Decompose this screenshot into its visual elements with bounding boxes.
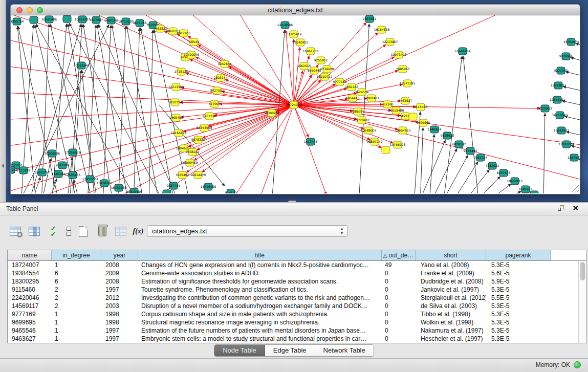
network-node[interactable] — [382, 146, 390, 154]
network-view-window[interactable]: citations_edges.txt 93557242069140610653… — [10, 4, 580, 194]
node-label: 20206536 — [45, 151, 60, 155]
new-column-icon[interactable] — [76, 224, 90, 238]
cell-pagerank: 5.6E-5 — [486, 269, 551, 277]
node-label: 8990448 — [308, 69, 321, 72]
network-node[interactable] — [30, 16, 38, 24]
column-header-title[interactable]: title — [138, 250, 382, 260]
expand-panel-icon[interactable] — [2, 164, 4, 168]
table-row[interactable]: 1830029562008Estimation of significance … — [8, 277, 586, 286]
node-label: 16782759 — [111, 186, 127, 189]
table-row[interactable]: 1872400712008Changes of HCN gene express… — [8, 261, 586, 269]
cell-title: Estimation of significance thresholds fo… — [138, 277, 382, 286]
node-label: 20053346 — [74, 63, 90, 67]
tab-edge-table[interactable]: Edge Table — [265, 345, 315, 356]
table-header-row: namein_degreeyeartitle△out_de…shortpager… — [8, 250, 586, 261]
cell-short: Franke et al. (2009) — [416, 269, 486, 277]
node-label: 9777169 — [333, 80, 347, 83]
delete-table-icon[interactable] — [114, 224, 128, 238]
memory-indicator[interactable]: Memory: OK — [536, 361, 581, 368]
node-label: 10807487 — [364, 96, 380, 100]
column-header-pagerank[interactable]: pagerank — [486, 250, 551, 260]
table-body: 1872400712008Changes of HCN gene express… — [8, 261, 586, 343]
float-window-icon[interactable] — [558, 205, 565, 212]
table-row[interactable]: 969969511998Structural magnetic resonanc… — [8, 318, 586, 326]
node-label: 6734028 — [320, 67, 334, 71]
node-label: 16210722 — [317, 75, 333, 78]
network-node[interactable] — [63, 15, 71, 23]
cell-name: 18724007 — [8, 261, 52, 269]
network-canvas[interactable]: 9355724206914061065328715276076466160107… — [10, 15, 580, 194]
node-label: 1513445 — [304, 140, 318, 143]
table-row[interactable]: 946362711997Embryonic stem cells: a mode… — [8, 335, 586, 343]
column-header-outde[interactable]: △out_de… — [382, 250, 416, 260]
column-visibility-icon[interactable] — [27, 224, 41, 238]
column-header-indegree[interactable]: in_degree — [52, 250, 101, 260]
table-row[interactable]: 946554611997Estimation of the future num… — [8, 326, 586, 335]
node-label: 9498222 — [186, 150, 200, 154]
node-label: 1965493 — [169, 116, 183, 119]
node-label: 9755812 — [314, 58, 328, 62]
node-label: 1662615 — [297, 64, 311, 68]
table-row[interactable]: 911546021997Tourette syndrome. Phenomeno… — [8, 286, 586, 294]
network-node[interactable] — [409, 113, 417, 120]
node-label: 7632621 — [486, 164, 499, 167]
node-label: 9242844 — [218, 62, 232, 65]
column-header-short[interactable]: short — [416, 250, 486, 260]
cell-name: 9115460 — [8, 286, 52, 294]
cell-indegree: 1 — [52, 310, 101, 318]
node-label: 2803144 — [214, 76, 228, 79]
cell-title: Disruption of a novel member of a sodium… — [138, 302, 382, 310]
cell-short: Dudbridge et al. (2008) — [416, 277, 486, 286]
cell-pagerank: 5.3E-5 — [486, 326, 551, 335]
table-selector-dropdown[interactable]: citations_edges.txt ▲▼ — [147, 225, 348, 237]
node-label: 2718120 — [175, 70, 188, 73]
delete-column-icon[interactable] — [95, 224, 110, 238]
node-label: 16154838 — [374, 28, 390, 31]
close-panel-icon[interactable]: ✕ — [572, 205, 579, 212]
node-label: 12218596 — [277, 23, 293, 27]
node-label: 9097588 — [56, 163, 70, 167]
node-label: 17359928 — [65, 150, 81, 154]
node-label: 417004 — [209, 102, 221, 105]
column-header-name[interactable]: name — [8, 250, 52, 260]
cell-outde: 0 — [382, 277, 416, 286]
node-label: 7625402 — [176, 173, 189, 177]
table-mode-icon[interactable] — [8, 224, 23, 238]
cell-year: 1997 — [101, 286, 138, 294]
network-node[interactable] — [163, 190, 171, 193]
tab-network-table[interactable]: Network Table — [315, 345, 374, 356]
node-label: 9857791 — [167, 184, 181, 187]
node-label: 12923485 — [126, 190, 142, 193]
cell-outde: 0 — [382, 335, 416, 343]
table-row[interactable]: 1938455462009Genome-wide association stu… — [8, 269, 586, 277]
node-label: 22420046 — [184, 53, 200, 56]
row-height-icon[interactable] — [61, 224, 76, 238]
column-select-icon[interactable]: ✓✓ — [46, 224, 60, 238]
cell-indegree: 2 — [52, 286, 101, 294]
table-row[interactable]: 2242004622012Investigating the contribut… — [8, 294, 586, 302]
column-header-year[interactable]: year — [101, 250, 138, 260]
cell-year: 2012 — [101, 294, 138, 302]
node-label: 10025488 — [388, 108, 404, 112]
vertical-scrollbar[interactable] — [578, 261, 586, 343]
network-node[interactable] — [530, 191, 538, 193]
cell-short: Yano et al. (2008) — [416, 261, 486, 269]
citation-network-graph[interactable]: 9355724206914061065328715276076466160107… — [11, 15, 580, 193]
tab-node-table[interactable]: Node Table — [214, 345, 265, 356]
cell-name: 22420046 — [8, 294, 52, 302]
cell-name: 9699695 — [8, 318, 52, 326]
cell-name: 9777169 — [8, 310, 52, 318]
node-label: 1810754 — [168, 100, 182, 104]
table-toolbar: ✓✓ f(x) citations_edges.txt ▲▼ — [0, 216, 588, 246]
cell-indegree: 2 — [52, 294, 101, 302]
collapsed-control-panel[interactable] — [0, 0, 6, 202]
cell-indegree: 6 — [52, 277, 101, 286]
table-row[interactable]: 977716911998Corpus callosum shape and si… — [8, 310, 586, 318]
scrollbar-thumb[interactable] — [580, 262, 585, 280]
cell-pagerank: 5.3E-5 — [486, 302, 551, 310]
header-filler — [551, 250, 586, 260]
node-label: 9463627 — [399, 99, 412, 102]
table-row[interactable]: 1456911722003Disruption of a novel membe… — [8, 302, 586, 310]
function-builder-icon[interactable]: f(x) — [131, 224, 145, 238]
network-window-titlebar[interactable]: citations_edges.txt — [10, 4, 580, 15]
